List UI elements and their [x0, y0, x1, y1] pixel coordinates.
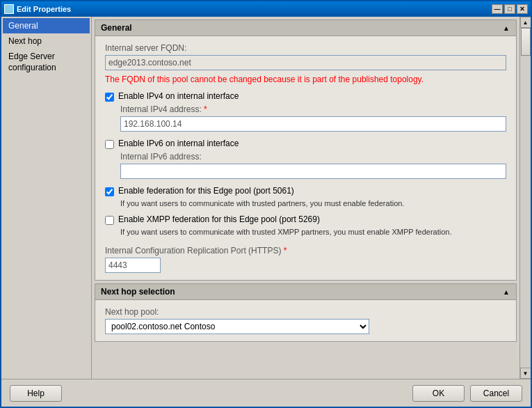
ipv4-address-label: Internal IPv4 address: [120, 104, 506, 114]
main-content: General ▲ Internal server FQDN: The FQDN… [92, 17, 519, 379]
general-section-body: Internal server FQDN: The FQDN of this p… [95, 36, 516, 280]
enable-federation-checkbox[interactable] [105, 187, 114, 196]
enable-ipv4-row: Enable IPv4 on internal interface [105, 91, 506, 102]
title-buttons: — □ ✕ [492, 4, 528, 14]
content-area: General Next hop Edge Serverconfiguratio… [1, 17, 531, 379]
edit-properties-window: Edit Properties — □ ✕ General Next hop E… [0, 0, 532, 408]
close-button[interactable]: ✕ [517, 4, 528, 14]
ipv6-address-label: Internal IPv6 address: [120, 152, 506, 162]
next-hop-pool-wrapper: pool02.contoso.net Contoso [105, 319, 369, 334]
xmpp-helper: If you want users to communicate with tr… [120, 228, 506, 236]
general-section-header: General ▲ [95, 20, 516, 36]
sidebar-item-edge-server[interactable]: Edge Serverconfiguration [3, 49, 90, 76]
maximize-button[interactable]: □ [504, 4, 515, 14]
enable-ipv4-checkbox[interactable] [105, 93, 114, 102]
enable-xmpp-checkbox[interactable] [105, 216, 114, 225]
help-button[interactable]: Help [10, 385, 62, 402]
next-hop-section-header: Next hop selection ▲ [95, 284, 516, 300]
config-replication-input[interactable] [105, 258, 161, 273]
ok-cancel-buttons: OK Cancel [412, 385, 522, 402]
enable-ipv6-checkbox[interactable] [105, 140, 114, 149]
next-hop-header-label: Next hop selection [101, 287, 175, 297]
sidebar-item-next-hop[interactable]: Next hop [3, 33, 90, 49]
next-hop-section-body: Next hop pool: pool02.contoso.net Contos… [95, 300, 516, 341]
enable-federation-row: Enable federation for this Edge pool (po… [105, 186, 506, 196]
next-hop-pool-select[interactable]: pool02.contoso.net Contoso [105, 319, 369, 334]
sidebar: General Next hop Edge Serverconfiguratio… [1, 17, 92, 379]
general-collapse-arrow[interactable]: ▲ [502, 24, 510, 32]
bottom-bar: Help OK Cancel [1, 379, 531, 407]
config-replication-label: Internal Configuration Replication Port … [105, 246, 506, 256]
general-section: General ▲ Internal server FQDN: The FQDN… [95, 19, 517, 281]
internal-fqdn-label: Internal server FQDN: [105, 43, 506, 53]
window-icon [4, 4, 14, 14]
ipv4-field-container: Internal IPv4 address: [120, 104, 506, 132]
main-with-scroll: General ▲ Internal server FQDN: The FQDN… [92, 17, 531, 379]
next-hop-section: Next hop selection ▲ Next hop pool: pool… [95, 283, 517, 342]
scroll-down-button[interactable]: ▼ [520, 368, 531, 379]
general-header-label: General [101, 23, 132, 33]
enable-xmpp-label: Enable XMPP federation for this Edge poo… [118, 214, 320, 224]
fqdn-warning: The FQDN of this pool cannot be changed … [105, 74, 506, 84]
internal-fqdn-input[interactable] [105, 55, 506, 70]
minimize-button[interactable]: — [492, 4, 503, 14]
enable-ipv6-row: Enable IPv6 on internal interface [105, 139, 506, 149]
ok-button[interactable]: OK [412, 385, 465, 402]
enable-ipv4-label: Enable IPv4 on internal interface [118, 91, 239, 101]
scroll-up-button[interactable]: ▲ [520, 17, 531, 28]
next-hop-pool-label: Next hop pool: [105, 307, 506, 317]
title-bar-left: Edit Properties [4, 4, 71, 14]
cancel-button[interactable]: Cancel [470, 385, 522, 402]
title-bar: Edit Properties — □ ✕ [1, 1, 531, 17]
enable-federation-label: Enable federation for this Edge pool (po… [118, 186, 294, 196]
ipv6-field-container: Internal IPv6 address: [120, 152, 506, 179]
config-replication-container: Internal Configuration Replication Port … [105, 246, 506, 273]
ipv6-address-input[interactable] [120, 164, 506, 179]
enable-xmpp-row: Enable XMPP federation for this Edge poo… [105, 214, 506, 225]
enable-ipv6-label: Enable IPv6 on internal interface [118, 139, 239, 148]
window-title: Edit Properties [17, 5, 71, 13]
scroll-track [520, 28, 531, 368]
next-hop-collapse-arrow[interactable]: ▲ [502, 288, 510, 296]
scroll-thumb[interactable] [521, 28, 531, 56]
federation-helper: If you want users to communicate with tr… [120, 199, 506, 207]
sidebar-item-general[interactable]: General [3, 18, 90, 33]
ipv4-address-input[interactable] [120, 116, 506, 132]
vertical-scrollbar[interactable]: ▲ ▼ [519, 17, 531, 379]
